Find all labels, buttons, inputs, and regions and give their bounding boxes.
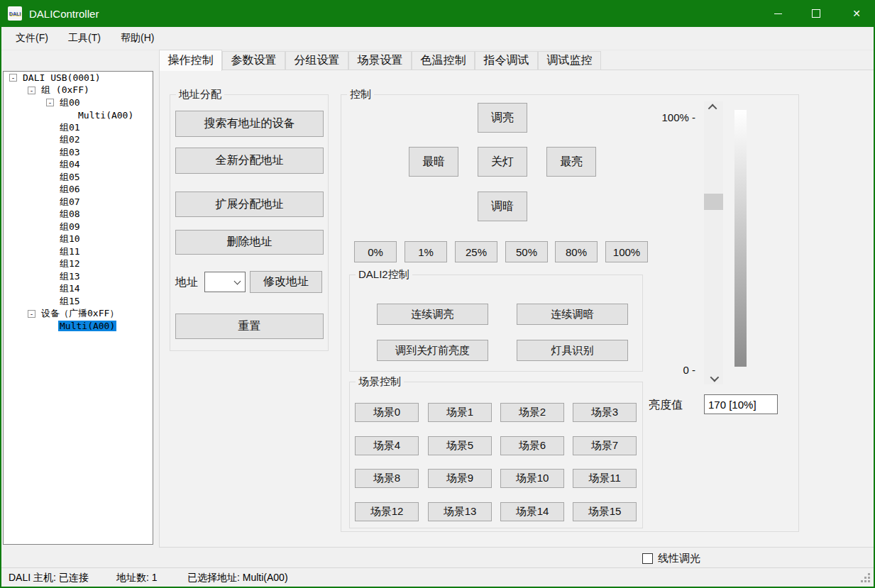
scene-button[interactable]: 场景2 — [500, 403, 564, 422]
scene-button[interactable]: 场景6 — [500, 436, 564, 455]
maximize-button[interactable] — [800, 0, 832, 27]
tab-1[interactable]: 操作控制 — [159, 50, 222, 71]
delete-address-button[interactable]: 删除地址 — [175, 230, 324, 255]
tree-item-label: 组00 — [58, 96, 82, 109]
scroll-up-button[interactable] — [704, 101, 723, 113]
tree-item-label: 组05 — [58, 171, 82, 184]
address-combobox[interactable] — [204, 272, 246, 292]
app-window: DALI DALIController ✕ 文件(F) 工具(T) 帮助(H) … — [0, 0, 875, 588]
tree-item[interactable]: 组11 — [4, 245, 153, 258]
modify-address-button[interactable]: 修改地址 — [250, 271, 322, 293]
continuous-brighten-button[interactable]: 连续调亮 — [377, 304, 488, 325]
extend-assign-address-button[interactable]: 扩展分配地址 — [175, 192, 324, 217]
scene-button[interactable]: 场景4 — [355, 436, 419, 455]
menu-help[interactable]: 帮助(H) — [116, 27, 158, 50]
brightest-button[interactable]: 最亮 — [546, 147, 596, 177]
tree-item[interactable]: 组03 — [4, 146, 153, 159]
luminaire-identify-button[interactable]: 灯具识别 — [517, 340, 628, 361]
tree-item[interactable]: -DALI USB(0001) — [4, 72, 153, 84]
percent-button[interactable]: 80% — [555, 241, 598, 262]
collapse-minus-icon[interactable]: - — [9, 74, 17, 82]
tree-item-label: Multi(A00) — [58, 321, 116, 331]
percent-button[interactable]: 50% — [505, 241, 548, 262]
brightness-value-field[interactable]: 170 [10%] — [704, 394, 778, 414]
scene-button[interactable]: 场景0 — [355, 403, 419, 422]
collapse-minus-icon[interactable]: - — [46, 99, 54, 106]
percent-button[interactable]: 25% — [455, 241, 497, 262]
scene-button[interactable]: 场景15 — [573, 502, 637, 521]
scene-button[interactable]: 场景14 — [500, 502, 564, 521]
tree-item-label: 组08 — [58, 208, 82, 221]
tree-item[interactable]: 组08 — [4, 209, 153, 221]
reset-button[interactable]: 重置 — [175, 314, 324, 339]
minimize-button[interactable] — [761, 0, 794, 27]
tab-7[interactable]: 调试监控 — [538, 51, 601, 70]
tree-item-label: 组04 — [58, 158, 82, 171]
scrollbar-thumb[interactable] — [704, 194, 723, 210]
app-icon: DALI — [8, 6, 22, 21]
scene-button[interactable]: 场景10 — [500, 469, 564, 488]
assign-new-address-button[interactable]: 全新分配地址 — [175, 148, 324, 174]
scene-button[interactable]: 场景5 — [428, 436, 492, 455]
tree-item[interactable]: 组10 — [4, 233, 153, 246]
chevron-down-icon — [234, 278, 241, 285]
tree-item[interactable]: 组02 — [4, 134, 153, 147]
darkest-button[interactable]: 最暗 — [409, 147, 458, 177]
tree-item[interactable]: 组01 — [4, 121, 153, 134]
control-group-title: 控制 — [347, 88, 374, 101]
tree-item[interactable]: 组13 — [4, 270, 153, 283]
tree-item[interactable]: 组12 — [4, 258, 153, 271]
dim-button[interactable]: 调暗 — [478, 192, 527, 221]
tree-item[interactable]: 组15 — [4, 295, 153, 308]
linear-dimming-checkbox[interactable]: 线性调光 — [642, 552, 700, 565]
percent-button[interactable]: 0% — [354, 241, 397, 262]
scene-button[interactable]: 场景8 — [355, 469, 419, 488]
status-address-count: 地址数: 1 — [116, 572, 158, 584]
tree-item-label: 组 (0xFF) — [40, 84, 91, 96]
slider-100-label: 100% - — [660, 111, 695, 123]
tab-2[interactable]: 参数设置 — [222, 51, 285, 70]
brightness-scrollbar[interactable] — [704, 101, 723, 384]
checkbox-icon[interactable] — [642, 553, 653, 564]
scene-button[interactable]: 场景3 — [573, 403, 637, 422]
scene-button[interactable]: 场景1 — [428, 403, 492, 422]
tree-item[interactable]: -设备（广播0xFF） — [4, 308, 153, 321]
light-off-button[interactable]: 关灯 — [478, 147, 527, 177]
scene-button[interactable]: 场景9 — [428, 469, 492, 488]
menu-tools[interactable]: 工具(T) — [64, 27, 105, 50]
tree-item[interactable]: 组04 — [4, 159, 153, 172]
tree-item[interactable]: Multi(A00) — [4, 109, 153, 122]
tab-5[interactable]: 色温控制 — [412, 51, 475, 70]
tree-item[interactable]: -组 (0xFF) — [4, 84, 153, 97]
continuous-dim-button[interactable]: 连续调暗 — [517, 304, 628, 325]
tab-4[interactable]: 场景设置 — [348, 51, 412, 70]
tree-item[interactable]: 组05 — [4, 171, 153, 184]
scroll-down-button[interactable] — [704, 372, 723, 384]
resize-grip[interactable] — [868, 573, 870, 575]
percent-button[interactable]: 1% — [405, 241, 447, 262]
tree-item-label: 组03 — [58, 146, 82, 159]
tree-item[interactable]: 组07 — [4, 196, 153, 209]
tree-item[interactable]: -组00 — [4, 96, 153, 109]
scene-button[interactable]: 场景7 — [573, 436, 637, 455]
collapse-minus-icon[interactable]: - — [28, 310, 35, 318]
tree-item[interactable]: 组14 — [4, 283, 153, 296]
menu-file[interactable]: 文件(F) — [11, 27, 53, 50]
percent-button[interactable]: 100% — [605, 241, 648, 262]
tree-item[interactable]: 组09 — [4, 221, 153, 233]
tab-3[interactable]: 分组设置 — [285, 51, 348, 70]
scene-button[interactable]: 场景13 — [428, 502, 492, 521]
search-addressed-devices-button[interactable]: 搜索有地址的设备 — [175, 111, 324, 137]
tree-item-label: 设备（广播0xFF） — [40, 307, 120, 320]
tree-item[interactable]: Multi(A00) — [4, 320, 153, 333]
tree-view[interactable]: -DALI USB(0001)-组 (0xFF)-组00Multi(A00)组0… — [3, 71, 153, 545]
collapse-minus-icon[interactable]: - — [28, 87, 35, 94]
scene-button[interactable]: 场景11 — [573, 469, 637, 488]
minimize-icon — [774, 13, 782, 14]
brighten-button[interactable]: 调亮 — [478, 103, 527, 133]
recall-last-level-button[interactable]: 调到关灯前亮度 — [377, 340, 488, 361]
close-button[interactable]: ✕ — [840, 0, 873, 27]
scene-button[interactable]: 场景12 — [355, 502, 419, 521]
tree-item[interactable]: 组06 — [4, 184, 153, 196]
tab-6[interactable]: 指令调试 — [475, 51, 538, 70]
